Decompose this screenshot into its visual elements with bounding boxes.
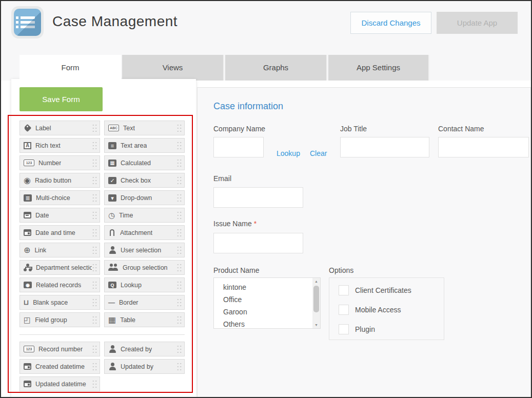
drag-handle-icon [92,124,97,133]
palette-tile-lookup[interactable]: QLookup [104,277,185,292]
palette-tile-border[interactable]: —Border [104,295,185,310]
palette-tile-label[interactable]: Label [19,121,100,135]
palette-tile-drop-down[interactable]: ▾Drop-down [104,190,185,205]
job-title-label: Job Title [340,125,367,133]
palette-tile-blank-space[interactable]: ⊔Blank space [19,295,100,310]
related-icon: ◉ [24,282,32,288]
save-form-button[interactable]: Save Form [19,87,103,111]
palette-divider [19,334,185,335]
tile-label: Calculated [121,160,151,167]
field-palette-group-2: 123Record numberCreated byCreated dateti… [19,342,185,391]
tile-label: Radio button [35,177,71,184]
palette-tile-department-selection[interactable]: Department selection [19,260,100,275]
company-name-input[interactable] [213,137,264,157]
drag-handle-icon [176,124,182,133]
product-option-garoon[interactable]: Garoon [223,306,320,318]
palette-tile-multi-choice[interactable]: ≣Multi-choice [19,190,100,205]
drag-handle-icon [176,281,182,290]
palette-tile-rich-text[interactable]: ARich text [19,138,100,153]
drag-handle-icon [92,193,97,203]
tile-label: Check box [121,177,151,184]
palette-tile-field-group[interactable]: ◰Field group [19,312,100,327]
palette-tile-link[interactable]: ⊕Link [19,243,100,257]
email-input[interactable] [213,187,303,208]
drag-handle-icon [92,315,97,325]
tab-app-settings[interactable]: App Settings [328,55,429,81]
product-option-office[interactable]: Office [223,293,320,306]
clear-link[interactable]: Clear [310,149,327,157]
tab-views[interactable]: Views [122,55,224,81]
list-app-icon [14,9,41,36]
department-icon [24,264,32,271]
user-icon [108,246,116,254]
checkbox-mobile-access[interactable] [339,305,349,315]
tile-label: Drop-down [121,194,152,202]
drag-handle-icon [92,380,97,389]
palette-tile-text-area[interactable]: ≡Text area [104,138,185,153]
palette-tile-text[interactable]: ABCText [104,121,185,135]
datetime-icon [24,363,31,370]
tab-graphs[interactable]: Graphs [225,55,327,81]
app-title: Case Management [52,13,178,30]
scrollbar-thumb[interactable] [313,286,319,312]
palette-tile-created-by[interactable]: Created by [104,342,185,356]
palette-tile-check-box[interactable]: ✓Check box [104,173,185,188]
palette-tile-related-records[interactable]: ◉Related records [19,277,100,292]
drag-handle-icon [92,141,97,150]
checkbox-row: Plugin [339,324,375,334]
tab-form[interactable]: Form [19,55,121,82]
user-icon [108,363,116,370]
discard-changes-button[interactable]: Discard Changes [350,12,431,34]
tile-label: User selection [121,247,161,254]
tile-label: Field group [35,316,67,324]
scroll-down-icon[interactable]: ▼ [312,323,320,327]
update-app-button[interactable]: Update App [437,12,518,34]
drag-handle-icon [176,362,182,371]
palette-tile-time[interactable]: ◷Time [104,208,185,223]
palette-tile-record-number[interactable]: 123Record number [19,342,100,356]
palette-tile-user-selection[interactable]: User selection [104,243,185,257]
drag-handle-icon [176,345,182,354]
checkbox-row: Client Certificates [339,285,411,295]
checkbox-client-certificates[interactable] [339,285,349,295]
form-preview-panel: Case information Company Name Lookup Cle… [197,87,531,398]
issue-name-input[interactable] [213,233,303,253]
drag-handle-icon [92,246,97,255]
palette-tile-number[interactable]: 123Number [19,155,100,170]
palette-tile-created-datetime[interactable]: Created datetime [19,359,100,374]
group-icon [108,264,119,271]
product-name-listbox[interactable]: kintoneOfficeGaroonOthers ▲ ▼ [213,277,321,329]
palette-tile-group-selection[interactable]: Group selection [104,260,185,275]
tile-label: Date [35,212,49,219]
palette-tile-date-and-time[interactable]: Date and time [19,225,100,240]
tile-label: Text area [121,142,147,149]
palette-tile-updated-datetime[interactable]: Updated datetime [19,376,100,391]
listbox-scrollbar: ▲ ▼ [312,278,320,328]
contact-name-input[interactable] [438,137,529,157]
palette-tile-table[interactable]: ▦Table [104,312,185,327]
tag-icon [24,124,32,132]
palette-tile-updated-by[interactable]: Updated by [104,359,185,374]
app-builder-window: Case Management Discard Changes Update A… [0,0,532,398]
checkbox-plugin[interactable] [339,324,349,334]
border-icon: — [108,298,115,306]
drag-handle-icon [176,176,182,185]
palette-tile-attachment[interactable]: Attachment [104,225,185,240]
lookup-icon: Q [108,282,116,288]
blank-icon: ⊔ [24,298,29,306]
drag-handle-icon [92,281,97,290]
required-asterisk: * [254,220,257,228]
lookup-link[interactable]: Lookup [277,149,300,157]
drag-handle-icon [92,263,97,272]
scroll-up-icon[interactable]: ▲ [312,280,320,283]
drag-handle-icon [176,228,182,237]
tile-label: Lookup [121,282,142,289]
checkbox-label: Client Certificates [355,286,411,294]
palette-tile-radio-button[interactable]: ◉Radio button [19,173,100,188]
job-title-input[interactable] [340,137,429,157]
product-option-others[interactable]: Others [223,318,320,329]
palette-tile-date[interactable]: Date [19,208,100,223]
product-option-kintone[interactable]: kintone [223,281,320,293]
checkbox-label: Mobile Access [355,306,401,314]
palette-tile-calculated[interactable]: ▦Calculated [104,155,185,170]
